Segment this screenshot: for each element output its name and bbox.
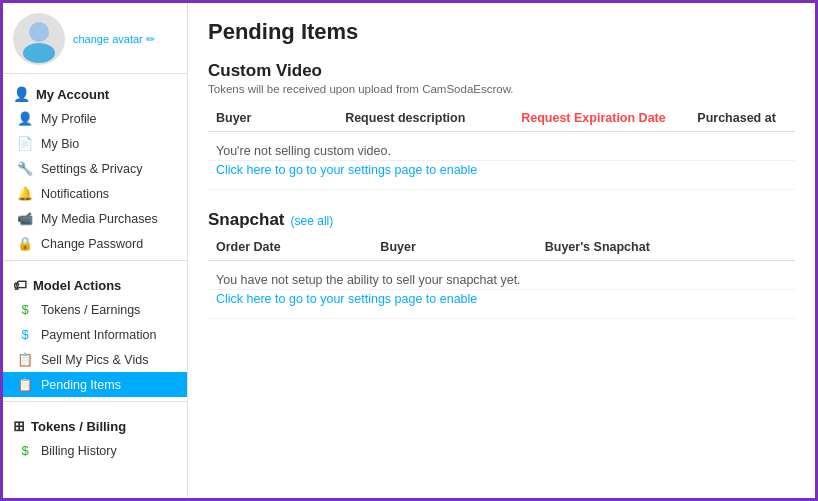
sidebar-section-tokens-billing-header: ⊞ Tokens / Billing xyxy=(3,412,187,438)
svg-point-1 xyxy=(23,43,55,63)
sidebar-item-media-purchases[interactable]: 📹 My Media Purchases xyxy=(3,206,187,231)
custom-video-settings-link[interactable]: Click here to go to your settings page t… xyxy=(216,163,477,177)
profile-icon: 👤 xyxy=(17,111,33,126)
snapchat-empty-message: You have not setup the ability to sell y… xyxy=(208,261,795,290)
sidebar-item-my-bio[interactable]: 📄 My Bio xyxy=(3,131,187,156)
sidebar-item-settings-privacy[interactable]: 🔧 Settings & Privacy xyxy=(3,156,187,181)
notifications-icon: 🔔 xyxy=(17,186,33,201)
divider-2 xyxy=(3,401,187,402)
pics-vids-icon: 📋 xyxy=(17,352,33,367)
sidebar-section-account: 👤 My Account 👤 My Profile 📄 My Bio 🔧 Set… xyxy=(3,74,187,256)
payment-icon: $ xyxy=(17,327,33,342)
custom-video-link-row: Click here to go to your settings page t… xyxy=(208,161,795,190)
see-all-link[interactable]: (see all) xyxy=(291,214,334,228)
custom-video-empty-row: You're not selling custom video. xyxy=(208,132,795,161)
col-buyer2-header: Buyer xyxy=(372,234,536,261)
col-purchased-header: Purchased at xyxy=(689,105,795,132)
snapchat-empty-row: You have not setup the ability to sell y… xyxy=(208,261,795,290)
snapchat-title-row: Snapchat (see all) xyxy=(208,210,795,232)
snapchat-table: Order Date Buyer Buyer's Snapchat You ha… xyxy=(208,234,795,319)
grid-icon: ⊞ xyxy=(13,418,25,434)
snapchat-section: Snapchat (see all) Order Date Buyer Buye… xyxy=(208,210,795,319)
snapchat-settings-link[interactable]: Click here to go to your settings page t… xyxy=(216,292,477,306)
sidebar-item-payment-info[interactable]: $ Payment Information xyxy=(3,322,187,347)
custom-video-section: Custom Video Tokens will be received upo… xyxy=(208,61,795,190)
custom-video-table: Buyer Request description Request Expira… xyxy=(208,105,795,190)
avatar-area: change avatar ✏ xyxy=(3,3,187,74)
col-expiry-header: Request Expiration Date xyxy=(513,105,689,132)
avatar xyxy=(13,13,65,65)
col-request-header: Request description xyxy=(337,105,513,132)
sidebar-item-pending-items[interactable]: 📋 Pending Items xyxy=(3,372,187,397)
billing-icon: $ xyxy=(17,443,33,458)
sidebar: change avatar ✏ 👤 My Account 👤 My Profil… xyxy=(3,3,188,498)
pending-icon: 📋 xyxy=(17,377,33,392)
custom-video-title: Custom Video xyxy=(208,61,795,81)
sidebar-item-sell-pics-vids[interactable]: 📋 Sell My Pics & Vids xyxy=(3,347,187,372)
col-order-date-header: Order Date xyxy=(208,234,372,261)
dollar-icon: $ xyxy=(17,302,33,317)
settings-icon: 🔧 xyxy=(17,161,33,176)
custom-video-subtitle: Tokens will be received upon upload from… xyxy=(208,83,795,95)
sidebar-item-tokens-earnings[interactable]: $ Tokens / Earnings xyxy=(3,297,187,322)
col-buyers-snapchat-header: Buyer's Snapchat xyxy=(537,234,795,261)
sidebar-item-notifications[interactable]: 🔔 Notifications xyxy=(3,181,187,206)
main-content: Pending Items Custom Video Tokens will b… xyxy=(188,3,815,498)
change-avatar-button[interactable]: change avatar ✏ xyxy=(73,33,155,46)
sidebar-section-account-header: 👤 My Account xyxy=(3,80,187,106)
sidebar-item-change-password[interactable]: 🔒 Change Password xyxy=(3,231,187,256)
snapchat-title: Snapchat xyxy=(208,210,285,230)
divider-1 xyxy=(3,260,187,261)
sidebar-section-tokens-billing: ⊞ Tokens / Billing $ Billing History xyxy=(3,406,187,463)
tag-icon: 🏷 xyxy=(13,277,27,293)
custom-video-empty-message: You're not selling custom video. xyxy=(208,132,795,161)
page-title: Pending Items xyxy=(208,19,795,45)
edit-icon: ✏ xyxy=(146,33,155,46)
sidebar-section-model-actions-header: 🏷 Model Actions xyxy=(3,271,187,297)
person-icon: 👤 xyxy=(13,86,30,102)
media-icon: 📹 xyxy=(17,211,33,226)
lock-icon: 🔒 xyxy=(17,236,33,251)
sidebar-item-my-profile[interactable]: 👤 My Profile xyxy=(3,106,187,131)
svg-point-0 xyxy=(29,22,49,42)
bio-icon: 📄 xyxy=(17,136,33,151)
col-buyer-header: Buyer xyxy=(208,105,337,132)
sidebar-item-billing-history[interactable]: $ Billing History xyxy=(3,438,187,463)
sidebar-section-model-actions: 🏷 Model Actions $ Tokens / Earnings $ Pa… xyxy=(3,265,187,397)
snapchat-link-row: Click here to go to your settings page t… xyxy=(208,290,795,319)
